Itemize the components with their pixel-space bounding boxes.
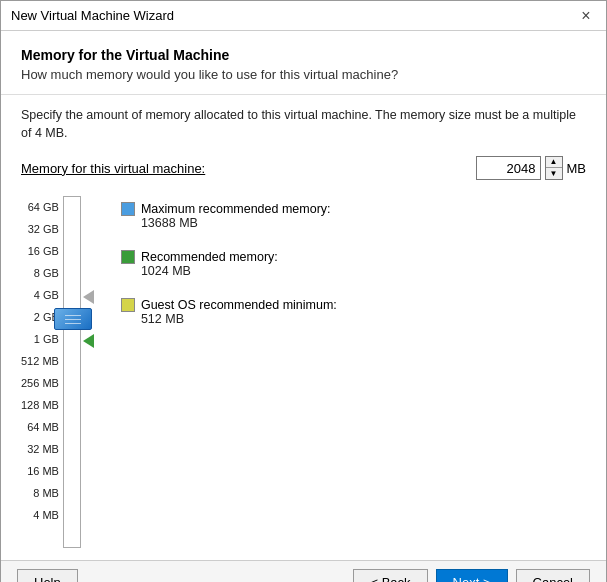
memory-spinner: 2048 ▲ ▼ MB — [476, 156, 587, 180]
guest-os-memory-label: Guest OS recommended minimum: — [141, 298, 337, 312]
thumb-line-3 — [65, 323, 81, 324]
slider-track[interactable] — [63, 196, 81, 548]
dialog-title: New Virtual Machine Wizard — [11, 8, 174, 23]
max-memory-value: 13688 MB — [141, 216, 337, 230]
memory-label: Memory for this virtual machine: — [21, 161, 205, 176]
spinner-up-button[interactable]: ▲ — [546, 157, 562, 168]
description-text: Specify the amount of memory allocated t… — [21, 107, 586, 142]
section-subtitle: How much memory would you like to use fo… — [21, 67, 586, 82]
content-area: Specify the amount of memory allocated t… — [1, 94, 606, 560]
recommended-memory-color-box — [121, 250, 135, 264]
legends-column: Maximum recommended memory: 13688 MB Rec… — [121, 196, 337, 346]
section-title: Memory for the Virtual Machine — [21, 47, 586, 63]
thumb-grip — [65, 315, 81, 324]
slider-track-wrapper — [63, 196, 81, 548]
label-4mb: 4 MB — [33, 504, 59, 526]
recommended-memory-label: Recommended memory: — [141, 250, 278, 264]
slider-section: 64 GB 32 GB 16 GB 8 GB 4 GB 2 GB 1 GB 51… — [21, 196, 81, 548]
label-4gb: 4 GB — [34, 284, 59, 306]
cancel-button[interactable]: Cancel — [516, 569, 590, 583]
legend-guest-os-row: Guest OS recommended minimum: — [121, 298, 337, 312]
label-8gb: 8 GB — [34, 262, 59, 284]
close-button[interactable]: × — [576, 6, 596, 26]
footer-right: < Back Next > Cancel — [353, 569, 590, 583]
spinner-buttons: ▲ ▼ — [545, 156, 563, 180]
help-button[interactable]: Help — [17, 569, 78, 583]
label-32gb: 32 GB — [28, 218, 59, 240]
back-button[interactable]: < Back — [353, 569, 427, 583]
thumb-line-1 — [65, 315, 81, 316]
header-section: Memory for the Virtual Machine How much … — [1, 31, 606, 94]
slider-label-column: 64 GB 32 GB 16 GB 8 GB 4 GB 2 GB 1 GB 51… — [21, 196, 59, 548]
max-memory-label: Maximum recommended memory: — [141, 202, 331, 216]
spinner-down-button[interactable]: ▼ — [546, 168, 562, 179]
label-128mb: 128 MB — [21, 394, 59, 416]
slider-legends-container: 64 GB 32 GB 16 GB 8 GB 4 GB 2 GB 1 GB 51… — [21, 196, 586, 548]
memory-input-row: Memory for this virtual machine: 2048 ▲ … — [21, 156, 586, 180]
slider-thumb[interactable] — [54, 308, 92, 330]
guest-os-memory-value: 512 MB — [141, 312, 337, 326]
legend-max-row: Maximum recommended memory: — [121, 202, 337, 216]
next-button[interactable]: Next > — [436, 569, 508, 583]
legend-recommended-memory: Recommended memory: 1024 MB — [121, 250, 337, 278]
legend-max-memory: Maximum recommended memory: 13688 MB — [121, 202, 337, 230]
guest-os-memory-color-box — [121, 298, 135, 312]
max-memory-color-box — [121, 202, 135, 216]
memory-value-input[interactable]: 2048 — [476, 156, 541, 180]
max-memory-arrow-icon — [83, 290, 94, 304]
recommended-memory-arrow-icon — [83, 334, 94, 348]
thumb-line-2 — [65, 319, 81, 320]
legend-recommended-row: Recommended memory: — [121, 250, 337, 264]
dialog-footer: Help < Back Next > Cancel — [1, 560, 606, 582]
title-bar: New Virtual Machine Wizard × — [1, 1, 606, 31]
label-512mb: 512 MB — [21, 350, 59, 372]
label-256mb: 256 MB — [21, 372, 59, 394]
memory-unit-label: MB — [567, 161, 587, 176]
label-32mb: 32 MB — [27, 438, 59, 460]
footer-left: Help — [17, 569, 78, 583]
label-1gb: 1 GB — [34, 328, 59, 350]
legend-guest-os-memory: Guest OS recommended minimum: 512 MB — [121, 298, 337, 326]
dialog-window: New Virtual Machine Wizard × Memory for … — [0, 0, 607, 582]
label-64gb: 64 GB — [28, 196, 59, 218]
label-64mb: 64 MB — [27, 416, 59, 438]
label-8mb: 8 MB — [33, 482, 59, 504]
label-16gb: 16 GB — [28, 240, 59, 262]
recommended-memory-value: 1024 MB — [141, 264, 337, 278]
label-16mb: 16 MB — [27, 460, 59, 482]
